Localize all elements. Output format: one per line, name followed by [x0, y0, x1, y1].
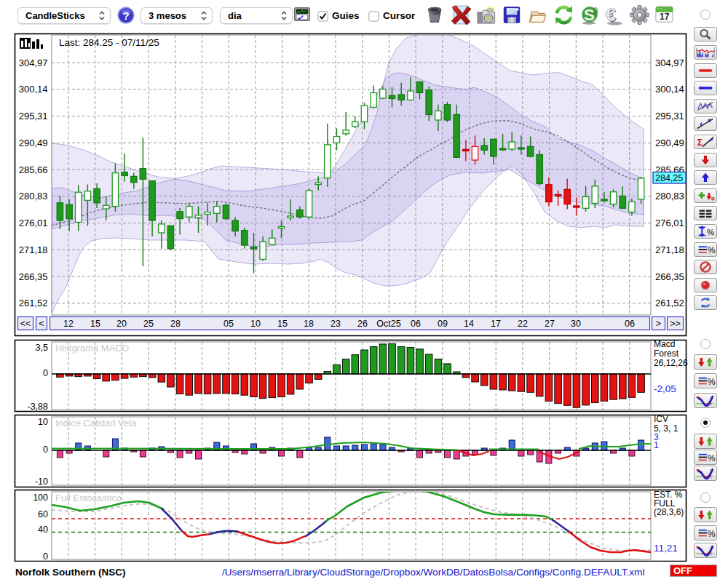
- svg-text:266,35: 266,35: [655, 271, 684, 282]
- svg-text:05: 05: [223, 319, 234, 329]
- svg-text:-10: -10: [35, 477, 48, 487]
- svg-text:280,83: 280,83: [655, 191, 684, 202]
- svg-text:15: 15: [277, 319, 288, 329]
- svg-text:30: 30: [571, 319, 581, 329]
- svg-text:>>: >>: [670, 319, 681, 329]
- svg-text:27: 27: [545, 319, 555, 329]
- svg-text:295,31: 295,31: [655, 111, 684, 121]
- svg-text:20: 20: [116, 319, 127, 329]
- svg-text:06: 06: [625, 319, 635, 329]
- svg-text:3,5: 3,5: [36, 343, 48, 353]
- svg-text:22: 22: [518, 319, 528, 329]
- svg-text:-2,05: -2,05: [654, 383, 676, 394]
- svg-text:60: 60: [38, 509, 48, 519]
- svg-text:14: 14: [464, 319, 474, 329]
- svg-text:<<: <<: [20, 319, 31, 329]
- svg-text:285,66: 285,66: [19, 164, 48, 175]
- svg-text:(28,3,6): (28,3,6): [654, 507, 684, 517]
- svg-text:284,25: 284,25: [655, 173, 683, 183]
- svg-text:40: 40: [38, 525, 48, 535]
- svg-text:290,49: 290,49: [655, 137, 684, 148]
- svg-text:300,14: 300,14: [19, 84, 48, 95]
- svg-text:%: %: [708, 453, 716, 463]
- svg-text:10: 10: [250, 319, 261, 329]
- svg-text:1: 1: [654, 440, 659, 450]
- svg-text:Oct25: Oct25: [376, 319, 400, 329]
- svg-text:Histgrama MACD: Histgrama MACD: [55, 343, 129, 354]
- svg-text:26,12,26: 26,12,26: [654, 358, 688, 368]
- svg-text:12: 12: [63, 319, 74, 329]
- svg-text:Last: 284.25 - 07/11/25: Last: 284.25 - 07/11/25: [59, 37, 159, 48]
- svg-text:Σ: Σ: [697, 137, 703, 148]
- svg-text:15: 15: [90, 319, 100, 329]
- svg-text:<: <: [39, 319, 44, 329]
- svg-text:261,52: 261,52: [655, 298, 684, 308]
- svg-text:290,49: 290,49: [19, 137, 48, 148]
- svg-text:280,83: 280,83: [19, 191, 48, 202]
- svg-text:100: 100: [33, 493, 48, 503]
- svg-text:Macd: Macd: [654, 339, 675, 349]
- svg-text:266,35: 266,35: [19, 271, 48, 282]
- svg-text:%: %: [708, 529, 716, 539]
- svg-text:ICV: ICV: [654, 414, 668, 424]
- svg-text:0: 0: [43, 445, 48, 455]
- svg-text:06: 06: [411, 319, 421, 329]
- svg-text:276,01: 276,01: [19, 218, 48, 228]
- svg-text:%: %: [707, 228, 714, 236]
- svg-text:Full Estocastico: Full Estocastico: [55, 493, 122, 503]
- svg-text:271,18: 271,18: [655, 244, 684, 255]
- svg-text:25: 25: [143, 319, 154, 329]
- svg-text:28: 28: [170, 319, 181, 329]
- svg-text:295,31: 295,31: [19, 111, 48, 121]
- svg-text:300,14: 300,14: [655, 84, 684, 95]
- svg-text:0: 0: [43, 368, 48, 378]
- svg-text:%: %: [708, 245, 716, 255]
- svg-text:261,52: 261,52: [19, 298, 48, 308]
- svg-text:>: >: [656, 319, 661, 329]
- svg-text:0: 0: [43, 551, 48, 562]
- svg-text:Forest: Forest: [654, 348, 679, 359]
- svg-text:271,18: 271,18: [19, 244, 48, 255]
- svg-text:304,97: 304,97: [19, 57, 48, 68]
- svg-text:26: 26: [357, 319, 368, 329]
- svg-text:Indice Calidad Vela: Indice Calidad Vela: [55, 418, 137, 428]
- svg-text:17: 17: [491, 319, 501, 329]
- svg-text:10: 10: [38, 417, 48, 427]
- svg-text:276,01: 276,01: [655, 218, 684, 228]
- svg-text:18: 18: [304, 319, 314, 329]
- svg-text:304,97: 304,97: [655, 57, 684, 68]
- svg-text:11,21: 11,21: [654, 543, 678, 554]
- svg-text:23: 23: [331, 319, 341, 329]
- svg-text:-3,88: -3,88: [28, 402, 49, 412]
- svg-text:%: %: [708, 376, 716, 386]
- svg-text:09: 09: [438, 319, 448, 329]
